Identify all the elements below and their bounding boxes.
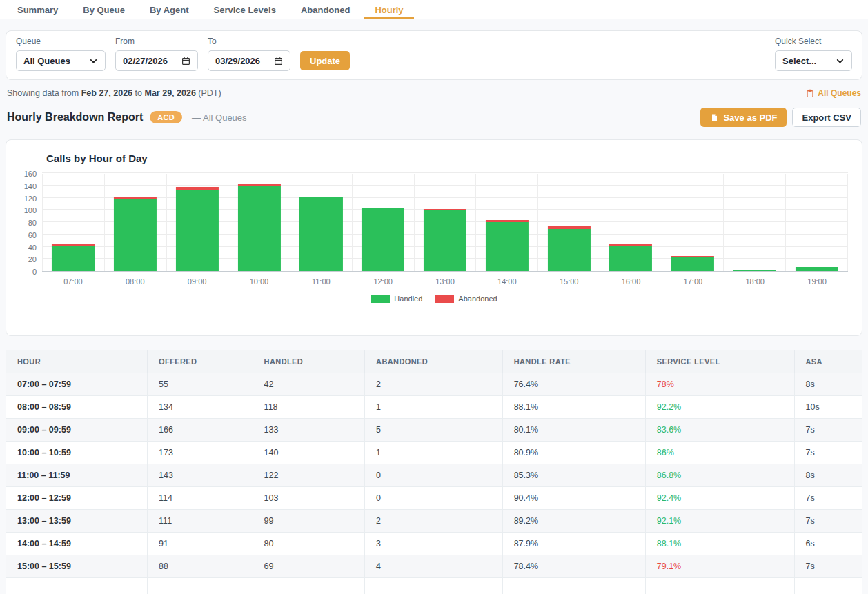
y-axis-tick: 0	[32, 268, 37, 276]
table-header-row: HOUROFFEREDHANDLEDABANDONEDHANDLE RATESE…	[6, 350, 862, 373]
tab-hourly[interactable]: Hourly	[364, 0, 413, 19]
cell-offered: 134	[148, 396, 253, 419]
cell-empty	[148, 578, 253, 594]
from-date-input[interactable]: 02/27/2026	[115, 50, 198, 71]
status-row: Showing data from Feb 27, 2026 to Mar 29…	[0, 80, 868, 101]
column-header-handle-rate: HANDLE RATE	[502, 350, 645, 373]
chevron-down-icon	[836, 57, 845, 66]
calendar-icon[interactable]	[274, 57, 283, 66]
tab-by-queue[interactable]: By Queue	[72, 0, 135, 19]
bar-handled[interactable]	[362, 208, 404, 271]
from-label: From	[115, 37, 198, 46]
cell-hour: 15:00 – 15:59	[6, 555, 148, 578]
cell-handled: 69	[253, 555, 364, 578]
calendar-icon[interactable]	[181, 57, 190, 66]
cell-handled: 122	[253, 464, 364, 487]
bar-handled[interactable]	[796, 267, 838, 271]
cell-handled: 118	[253, 396, 364, 419]
x-axis-label: 14:00	[476, 277, 538, 286]
chart-title: Calls by Hour of Day	[46, 152, 852, 164]
tab-abandoned[interactable]: Abandoned	[290, 0, 361, 19]
cell-handle-rate: 90.4%	[502, 487, 645, 510]
cell-service-level: 92.4%	[645, 487, 794, 510]
bar-stack-12:00	[362, 208, 404, 271]
cell-handle-rate: 80.1%	[502, 419, 645, 442]
cell-hour: 12:00 – 12:59	[6, 487, 148, 510]
bar-handled[interactable]	[547, 229, 590, 271]
bar-handled[interactable]	[176, 190, 219, 271]
column-header-hour: HOUR	[6, 350, 148, 373]
update-button[interactable]: Update	[300, 51, 350, 70]
cell-abandoned: 0	[365, 487, 503, 510]
save-pdf-button[interactable]: Save as PDF	[700, 108, 787, 127]
cell-hour: 09:00 – 09:59	[6, 419, 148, 442]
table-row: 14:00 – 14:599180387.9%88.1%6s	[6, 533, 862, 555]
legend-item-abandoned: Abandoned	[435, 295, 497, 303]
cell-abandoned: 1	[365, 442, 503, 464]
x-axis-label: 16:00	[600, 277, 662, 286]
tab-service-levels[interactable]: Service Levels	[204, 0, 286, 19]
cell-offered: 55	[148, 373, 253, 396]
chart-card: Calls by Hour of Day 0204060801001201401…	[6, 139, 862, 336]
legend-swatch	[435, 295, 454, 303]
table-row: 12:00 – 12:59114103090.4%92.4%7s	[6, 487, 862, 510]
bar-handled[interactable]	[424, 210, 466, 271]
bar-stack-15:00	[547, 226, 590, 271]
quick-select[interactable]: Select...	[775, 50, 852, 71]
cell-abandoned: 2	[365, 510, 503, 533]
hourly-breakdown-table: HOUROFFEREDHANDLEDABANDONEDHANDLE RATESE…	[6, 350, 862, 594]
bar-handled[interactable]	[299, 197, 342, 271]
queue-field: Queue All Queues	[16, 37, 106, 71]
tab-by-agent[interactable]: By Agent	[139, 0, 199, 19]
report-header: Hourly Breakdown Report ACD — All Queues…	[0, 101, 868, 135]
clipboard-icon	[806, 89, 814, 98]
bar-handled[interactable]	[671, 257, 714, 271]
table-row: 08:00 – 08:59134118188.1%92.2%10s	[6, 396, 862, 419]
queue-select[interactable]: All Queues	[16, 50, 106, 71]
chart-column-14:00	[475, 174, 537, 271]
table-row: 10:00 – 10:59173140180.9%86%7s	[6, 442, 862, 464]
bar-handled[interactable]	[114, 199, 157, 271]
from-date-value: 02/27/2026	[123, 56, 168, 66]
cell-service-level: 86.8%	[645, 464, 794, 487]
tab-summary[interactable]: Summary	[7, 0, 68, 19]
hourly-table-card: HOUROFFEREDHANDLEDABANDONEDHANDLE RATESE…	[6, 350, 862, 594]
status-timezone: (PDT)	[198, 88, 221, 98]
bar-handled[interactable]	[609, 246, 652, 271]
status-prefix: Showing data from	[7, 88, 79, 98]
x-axis-label: 19:00	[786, 277, 848, 286]
cell-service-level: 86%	[645, 442, 794, 464]
legend-label: Abandoned	[458, 295, 497, 303]
cell-offered: 166	[148, 419, 253, 442]
quick-select-value: Select...	[782, 56, 816, 66]
page-title: Hourly Breakdown Report	[7, 111, 143, 123]
cell-handle-rate: 85.3%	[502, 464, 645, 487]
export-csv-button[interactable]: Export CSV	[792, 108, 861, 127]
cell-offered: 143	[148, 464, 253, 487]
column-header-abandoned: ABANDONED	[365, 350, 503, 373]
cell-abandoned: 4	[365, 555, 503, 578]
to-label: To	[208, 37, 290, 46]
bar-handled[interactable]	[238, 186, 281, 271]
bar-handled[interactable]	[486, 222, 529, 271]
chart-column-16:00	[600, 174, 662, 271]
to-date-value: 03/29/2026	[215, 56, 260, 66]
chart-column-18:00	[723, 174, 785, 271]
chart-columns	[42, 174, 848, 271]
bar-handled[interactable]	[52, 246, 95, 271]
cell-asa: 7s	[794, 487, 862, 510]
chart-legend: HandledAbandoned	[16, 295, 852, 303]
cell-handle-rate: 80.9%	[502, 442, 645, 464]
bar-handled[interactable]	[733, 270, 776, 271]
cell-offered: 173	[148, 442, 253, 464]
plot-wrap: 07:0008:0009:0010:0011:0012:0013:0014:00…	[42, 174, 848, 286]
cell-asa: 6s	[794, 533, 862, 555]
chevron-down-icon	[89, 57, 98, 66]
report-actions: Save as PDF Export CSV	[700, 108, 861, 127]
legend-item-handled: Handled	[371, 295, 422, 303]
all-queues-link[interactable]: All Queues	[806, 88, 861, 98]
cell-empty	[794, 578, 862, 594]
cell-hour: 08:00 – 08:59	[6, 396, 148, 419]
column-header-handled: HANDLED	[253, 350, 364, 373]
to-date-input[interactable]: 03/29/2026	[208, 50, 290, 71]
